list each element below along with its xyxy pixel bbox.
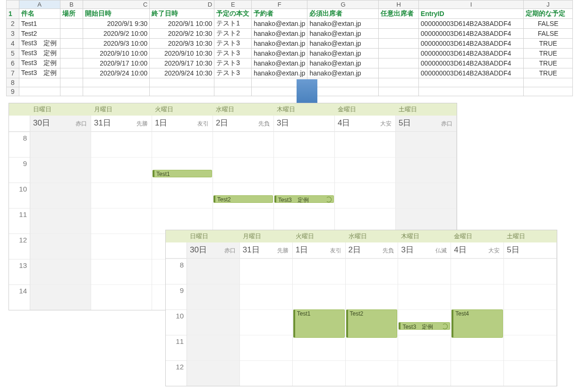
cell[interactable] xyxy=(150,78,214,87)
time-slot[interactable] xyxy=(30,183,91,208)
time-slot[interactable] xyxy=(240,309,292,335)
cell[interactable]: 2020/9/10 10:30 xyxy=(150,49,214,58)
field-header[interactable]: 開始日時 xyxy=(83,9,150,19)
time-slot[interactable] xyxy=(293,360,345,386)
time-slot[interactable] xyxy=(91,208,152,234)
colhead-I[interactable]: I xyxy=(418,0,523,9)
time-slot[interactable] xyxy=(240,284,292,309)
calendar-day-column[interactable]: Test4 xyxy=(451,259,504,386)
time-slot[interactable] xyxy=(293,335,345,360)
rownum[interactable]: 6 xyxy=(7,58,19,68)
cell[interactable]: 2020/9/17 10:00 xyxy=(83,58,150,68)
time-slot[interactable] xyxy=(187,259,239,284)
time-slot[interactable] xyxy=(91,183,152,208)
cell[interactable]: 000000003D614B2A38ADDF4 xyxy=(418,58,523,68)
rownum[interactable]: 3 xyxy=(7,29,19,39)
cell[interactable] xyxy=(379,39,418,49)
colhead-E[interactable]: E xyxy=(214,0,252,9)
cell[interactable] xyxy=(60,49,83,58)
cell[interactable] xyxy=(83,87,150,96)
calendar-day-column[interactable] xyxy=(30,132,91,310)
date-header-cell[interactable]: 3日 xyxy=(274,116,335,131)
date-header-cell[interactable]: 30日赤口 xyxy=(187,242,240,258)
colhead-H[interactable]: H xyxy=(379,0,418,9)
cell[interactable] xyxy=(60,78,83,87)
calendar-event[interactable]: Test1 xyxy=(293,309,345,338)
time-slot[interactable] xyxy=(504,259,556,284)
cell[interactable]: 2020/9/24 10:30 xyxy=(150,68,214,78)
field-header[interactable]: 場所 xyxy=(60,9,83,19)
time-slot[interactable] xyxy=(335,132,395,157)
time-slot[interactable] xyxy=(30,208,91,234)
field-header[interactable]: 任意出席者 xyxy=(379,9,418,19)
time-slot[interactable] xyxy=(187,284,239,309)
date-header-cell[interactable]: 2日先負 xyxy=(213,116,274,131)
cell[interactable]: hanako@extan.jp xyxy=(252,49,307,58)
cell[interactable] xyxy=(379,29,418,39)
cell[interactable]: テスト3 xyxy=(214,58,252,68)
colhead-A[interactable]: A xyxy=(19,0,60,9)
cell[interactable]: テスト1 xyxy=(214,19,252,29)
cell[interactable]: hanako@extan.jp xyxy=(252,29,307,39)
cell[interactable] xyxy=(60,29,83,39)
time-slot[interactable] xyxy=(30,132,91,157)
cell[interactable]: hanako@extan.jp xyxy=(307,68,379,78)
cell[interactable]: FALSE xyxy=(524,29,573,39)
cell[interactable]: テスト2 xyxy=(214,29,252,39)
colhead-C[interactable]: C xyxy=(83,0,150,9)
time-slot[interactable] xyxy=(398,284,451,309)
colhead-D[interactable]: D xyxy=(150,0,214,9)
cell[interactable]: 000000003D614B2A38ADDF4 xyxy=(418,19,523,29)
cell[interactable]: hanako@extan.jp xyxy=(252,19,307,29)
time-slot[interactable] xyxy=(293,259,345,284)
cell[interactable] xyxy=(214,78,252,87)
time-slot[interactable] xyxy=(274,132,334,157)
cell[interactable]: Test3 定例 xyxy=(19,68,60,78)
field-header[interactable]: 終了日時 xyxy=(150,9,214,19)
time-slot[interactable] xyxy=(346,335,398,360)
time-slot[interactable] xyxy=(30,157,91,183)
rownum[interactable]: 8 xyxy=(7,78,19,87)
cell[interactable] xyxy=(83,78,150,87)
field-header[interactable]: 必須出席者 xyxy=(307,9,379,19)
date-header-cell[interactable]: 1日友引 xyxy=(152,116,213,131)
cell[interactable]: 2020/9/3 10:00 xyxy=(83,39,150,49)
time-slot[interactable] xyxy=(398,360,451,386)
cell[interactable]: 000000003D614B2A38ADDF4 xyxy=(418,39,523,49)
time-slot[interactable] xyxy=(274,157,334,183)
cell[interactable]: 2020/9/2 10:00 xyxy=(83,29,150,39)
date-header-cell[interactable]: 31日先勝 xyxy=(240,242,293,258)
cell[interactable] xyxy=(379,19,418,29)
time-slot[interactable] xyxy=(396,132,456,157)
date-header-cell[interactable]: 1日友引 xyxy=(293,242,346,258)
field-header[interactable]: 予約者 xyxy=(252,9,307,19)
cell[interactable]: hanako@extan.jp xyxy=(252,58,307,68)
time-slot[interactable] xyxy=(451,335,503,360)
time-slot[interactable] xyxy=(240,360,292,386)
cell[interactable]: Test2 xyxy=(19,29,60,39)
rownum[interactable]: 2 xyxy=(7,19,19,29)
time-slot[interactable] xyxy=(187,309,239,335)
time-slot[interactable] xyxy=(293,284,345,309)
time-slot[interactable] xyxy=(187,360,239,386)
calendar-day-column[interactable] xyxy=(91,132,152,310)
time-slot[interactable] xyxy=(152,132,213,157)
cell[interactable] xyxy=(60,87,83,96)
cell[interactable]: hanako@extan.jp xyxy=(307,29,379,39)
time-slot[interactable] xyxy=(398,335,451,360)
cell[interactable]: FALSE xyxy=(524,19,573,29)
time-slot[interactable] xyxy=(91,157,152,183)
time-slot[interactable] xyxy=(152,183,213,208)
calendar-day-column[interactable] xyxy=(240,259,293,386)
colhead-F[interactable]: F xyxy=(252,0,307,9)
colhead-G[interactable]: G xyxy=(307,0,379,9)
cell[interactable]: 000000003D614B2A38ADDF4 xyxy=(418,68,523,78)
cell[interactable] xyxy=(418,87,523,96)
field-header[interactable]: 件名 xyxy=(19,9,60,19)
time-slot[interactable] xyxy=(240,259,292,284)
time-slot[interactable] xyxy=(335,183,395,208)
cell[interactable]: hanako@extan.jp xyxy=(252,68,307,78)
rownum[interactable]: 5 xyxy=(7,49,19,58)
field-header[interactable]: 予定の本文 xyxy=(214,9,252,19)
calendar-day-column[interactable]: Test1 xyxy=(293,259,346,386)
